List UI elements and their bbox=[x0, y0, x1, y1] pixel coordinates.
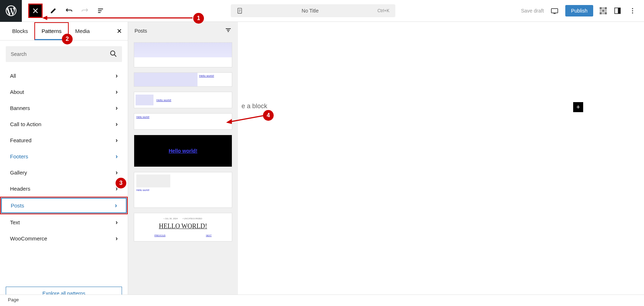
svg-marker-9 bbox=[42, 16, 47, 20]
pattern-categories: All› About› Banners› Call to Action› Fea… bbox=[0, 68, 128, 281]
block-inserter-panel: Blocks Patterns Media ✕ Search All› Abou… bbox=[0, 22, 128, 306]
category-call-to-action[interactable]: Call to Action› bbox=[0, 116, 128, 132]
annotation-arrow-1 bbox=[42, 14, 196, 21]
editor-footer: Page bbox=[0, 295, 644, 306]
document-title-bar[interactable]: No Title Ctrl+K bbox=[231, 4, 395, 17]
annotation-marker-1: 1 bbox=[193, 13, 204, 24]
tab-media[interactable]: Media bbox=[69, 23, 96, 39]
chevron-right-icon: › bbox=[116, 153, 118, 160]
undo-icon[interactable] bbox=[65, 6, 73, 15]
view-icon[interactable] bbox=[550, 6, 559, 15]
filter-icon[interactable] bbox=[225, 27, 231, 34]
patterns-pane-header: Posts bbox=[128, 22, 238, 39]
add-block-button[interactable]: + bbox=[573, 102, 583, 112]
chevron-right-icon: › bbox=[116, 235, 118, 242]
chevron-right-icon: › bbox=[116, 219, 118, 226]
chevron-right-icon: › bbox=[116, 120, 118, 128]
svg-rect-1 bbox=[551, 9, 558, 13]
main-area: Blocks Patterns Media ✕ Search All› Abou… bbox=[0, 22, 644, 306]
tool-icons-group bbox=[49, 6, 105, 15]
pattern-preview[interactable]: Hello world! bbox=[134, 113, 232, 130]
svg-rect-3 bbox=[618, 8, 620, 14]
chevron-right-icon: › bbox=[116, 104, 118, 112]
svg-line-10 bbox=[230, 116, 263, 122]
search-icon bbox=[110, 50, 117, 58]
toggle-inserter-button[interactable] bbox=[28, 4, 43, 18]
svg-point-7 bbox=[111, 51, 115, 55]
patterns-list[interactable]: Hello world! Hello world! Hello world! H… bbox=[128, 39, 238, 306]
topbar-right: Save draft Publish bbox=[521, 5, 637, 16]
chevron-right-icon: › bbox=[116, 88, 118, 96]
close-inserter-icon[interactable]: ✕ bbox=[117, 27, 122, 35]
wordpress-logo[interactable] bbox=[0, 0, 22, 22]
settings-panel-icon[interactable] bbox=[613, 6, 622, 15]
svg-point-5 bbox=[632, 10, 633, 11]
annotation-marker-4: 4 bbox=[263, 110, 274, 121]
edit-tool-icon[interactable] bbox=[49, 6, 58, 15]
category-about[interactable]: About› bbox=[0, 84, 128, 100]
wordpress-icon bbox=[5, 4, 18, 17]
chevron-right-icon: › bbox=[116, 72, 118, 80]
close-icon bbox=[33, 8, 38, 14]
category-text[interactable]: Text› bbox=[0, 214, 128, 230]
shortcut-hint: Ctrl+K bbox=[377, 8, 390, 13]
patterns-pane-title: Posts bbox=[135, 28, 147, 34]
search-input[interactable]: Search bbox=[6, 46, 122, 62]
patterns-preview-pane: Posts Hello world! Hello world! Hello wo… bbox=[128, 22, 238, 306]
svg-point-6 bbox=[632, 13, 633, 14]
pattern-preview[interactable] bbox=[134, 42, 232, 67]
category-banners[interactable]: Banners› bbox=[0, 100, 128, 116]
pattern-preview[interactable]: • JUL 30, 2024 • UNCATEGORIZED HELLO WOR… bbox=[134, 213, 232, 242]
editor-canvas[interactable]: e a block + bbox=[238, 22, 644, 306]
svg-point-4 bbox=[632, 8, 633, 9]
category-woocommerce[interactable]: WooCommerce› bbox=[0, 230, 128, 247]
pattern-preview[interactable]: Hello world! bbox=[134, 172, 232, 208]
annotation-marker-2: 2 bbox=[62, 34, 73, 44]
plugin-icon[interactable] bbox=[600, 7, 607, 14]
pattern-preview[interactable]: Hello world! bbox=[134, 92, 232, 108]
page-icon bbox=[236, 8, 243, 14]
pattern-preview[interactable]: Hello world! bbox=[134, 72, 232, 87]
save-draft-button[interactable]: Save draft bbox=[521, 8, 544, 14]
category-gallery[interactable]: Gallery› bbox=[0, 164, 128, 181]
chevron-right-icon: › bbox=[116, 169, 118, 176]
document-title: No Title bbox=[243, 8, 377, 14]
category-footers[interactable]: Footers› bbox=[0, 148, 128, 164]
pattern-preview[interactable]: Hello world! bbox=[134, 135, 232, 167]
category-all[interactable]: All› bbox=[0, 68, 128, 84]
chevron-right-icon: › bbox=[116, 137, 118, 144]
annotation-marker-3: 3 bbox=[116, 178, 126, 188]
redo-icon[interactable] bbox=[80, 6, 89, 15]
document-overview-icon[interactable] bbox=[96, 6, 105, 15]
svg-marker-11 bbox=[226, 119, 232, 124]
search-placeholder: Search bbox=[11, 51, 26, 57]
publish-button[interactable]: Publish bbox=[565, 5, 593, 16]
options-icon[interactable] bbox=[628, 6, 637, 15]
category-headers[interactable]: Headers› bbox=[0, 181, 128, 197]
category-featured[interactable]: Featured› bbox=[0, 132, 128, 148]
tab-blocks[interactable]: Blocks bbox=[6, 23, 34, 39]
block-placeholder: e a block bbox=[241, 102, 267, 110]
chevron-right-icon: › bbox=[115, 202, 117, 209]
breadcrumb[interactable]: Page bbox=[8, 297, 19, 302]
category-posts[interactable]: Posts› bbox=[0, 197, 128, 214]
annotation-arrow-4 bbox=[225, 114, 265, 125]
